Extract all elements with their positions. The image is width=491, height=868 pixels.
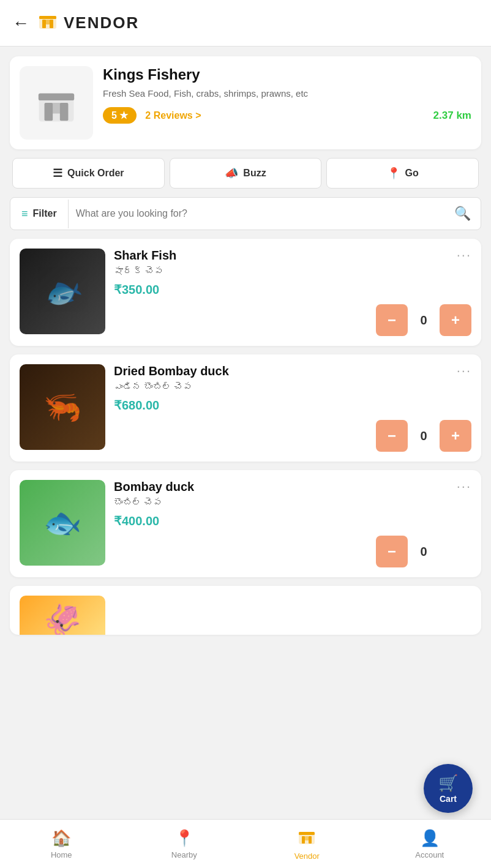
- vendor-nav-icon: [298, 828, 315, 849]
- vendor-meta: 5 ★ 2 Reviews > 2.37 km: [103, 107, 471, 124]
- vendor-label: Vendor: [294, 851, 320, 861]
- svg-rect-7: [60, 103, 69, 121]
- svg-rect-12: [309, 836, 312, 844]
- header: ← VENDOR: [0, 0, 491, 47]
- vendor-name: Kings Fishery: [103, 66, 471, 83]
- product-card: Dried Bombay duck ··· ఎండిన బొంబిల్ చెప …: [10, 354, 481, 462]
- filter-label: Filter: [33, 208, 57, 219]
- home-label: Home: [51, 850, 72, 859]
- product-price-shark: ₹350.00: [114, 282, 471, 297]
- quick-order-button[interactable]: ☰ Quick Order: [12, 158, 165, 189]
- action-buttons: ☰ Quick Order 📣 Buzz 📍 Go: [10, 158, 481, 189]
- quantity-control-bombay: − 0 +: [376, 536, 471, 567]
- decrease-qty-dried[interactable]: −: [376, 420, 408, 452]
- decrease-qty-bombay[interactable]: −: [376, 536, 408, 567]
- more-options-shark[interactable]: ···: [457, 247, 471, 263]
- svg-rect-2: [50, 20, 53, 28]
- nav-item-home[interactable]: 🏠 Home: [0, 829, 123, 859]
- bottom-navigation: 🏠 Home 📍 Nearby Vendor 👤 Account: [0, 819, 491, 868]
- vendor-info: Kings Fishery Fresh Sea Food, Fish, crab…: [103, 66, 471, 124]
- product-image-shark: [20, 249, 105, 334]
- header-title: VENDOR: [64, 13, 139, 32]
- buzz-button[interactable]: 📣 Buzz: [170, 158, 322, 189]
- svg-rect-4: [46, 20, 50, 24]
- more-options-dried[interactable]: ···: [457, 363, 471, 379]
- quantity-control-shark: − 0 +: [376, 304, 471, 336]
- product-header: Bombay duck ···: [114, 480, 471, 495]
- product-telugu-dried: ఎండిన బొంబిల్ చెప: [114, 381, 471, 392]
- filter-bar: ≡ Filter 🔍: [10, 197, 481, 230]
- product-name-dried: Dried Bombay duck: [114, 364, 229, 378]
- svg-rect-6: [45, 103, 53, 121]
- product-card: Bombay duck ··· బొంబిల్ చెప ₹400.00 − 0 …: [10, 470, 481, 577]
- product-telugu-shark: షార్క్ చెప: [114, 266, 471, 276]
- vendor-logo: [20, 66, 93, 140]
- product-price-bombay: ₹400.00: [114, 514, 471, 528]
- svg-rect-9: [51, 103, 61, 114]
- svg-rect-8: [39, 93, 74, 100]
- reviews-link[interactable]: 2 Reviews >: [145, 110, 201, 121]
- nearby-label: Nearby: [171, 850, 197, 859]
- back-button[interactable]: ←: [12, 13, 29, 33]
- product-image-dried: [20, 364, 105, 450]
- product-price-dried: ₹680.00: [114, 398, 471, 413]
- product-list: Shark Fish ··· షార్క్ చెప ₹350.00 − 0 + …: [10, 239, 481, 696]
- nav-item-nearby[interactable]: 📍 Nearby: [123, 829, 246, 859]
- decrease-qty-shark[interactable]: −: [376, 304, 408, 336]
- vendor-description: Fresh Sea Food, Fish, crabs, shrimps, pr…: [103, 87, 471, 100]
- nav-item-vendor[interactable]: Vendor: [246, 828, 369, 861]
- quick-order-label: Quick Order: [67, 168, 124, 179]
- nav-item-account[interactable]: 👤 Account: [369, 829, 492, 859]
- qty-value-shark: 0: [408, 313, 440, 327]
- quick-order-icon: ☰: [53, 166, 62, 180]
- quantity-control-dried: − 0 +: [376, 420, 471, 452]
- product-info-bombay: Bombay duck ··· బొంబిల్ చెప ₹400.00 − 0 …: [114, 480, 471, 567]
- product-card-partial: [10, 586, 481, 635]
- product-info-shark: Shark Fish ··· షార్క్ చెప ₹350.00 − 0 +: [114, 249, 471, 336]
- vendor-header-icon: [38, 11, 58, 35]
- product-name-shark: Shark Fish: [114, 249, 176, 263]
- buzz-icon: 📣: [225, 166, 238, 180]
- more-options-bombay[interactable]: ···: [457, 479, 471, 495]
- distance-label: 2.37 km: [433, 110, 471, 122]
- filter-icon: ≡: [21, 208, 28, 220]
- svg-rect-3: [39, 16, 56, 19]
- svg-rect-1: [42, 20, 46, 28]
- svg-rect-14: [305, 836, 309, 840]
- product-image-fourth: [20, 596, 105, 635]
- cart-fab-button[interactable]: 🛒 Cart: [424, 764, 473, 813]
- account-label: Account: [415, 850, 444, 859]
- qty-value-dried: 0: [408, 429, 440, 443]
- cart-fab-label: Cart: [440, 794, 457, 804]
- home-icon: 🏠: [51, 829, 71, 848]
- vendor-card: Kings Fishery Fresh Sea Food, Fish, crab…: [10, 56, 481, 149]
- buzz-label: Buzz: [243, 168, 266, 179]
- search-icon[interactable]: 🔍: [444, 198, 481, 230]
- rating-badge: 5 ★: [103, 107, 137, 124]
- product-name-bombay: Bombay duck: [114, 480, 194, 494]
- increase-qty-dried[interactable]: +: [440, 420, 471, 452]
- nearby-icon: 📍: [174, 829, 194, 848]
- product-info-dried: Dried Bombay duck ··· ఎండిన బొంబిల్ చెప …: [114, 364, 471, 452]
- search-input[interactable]: [69, 200, 444, 227]
- filter-button[interactable]: ≡ Filter: [10, 200, 69, 228]
- cart-fab-icon: 🛒: [438, 774, 458, 793]
- increase-qty-shark[interactable]: +: [440, 304, 471, 336]
- product-image-bombay: [20, 480, 105, 566]
- svg-rect-11: [302, 836, 305, 844]
- product-telugu-bombay: బొంబిల్ చెప: [114, 497, 471, 507]
- go-label: Go: [405, 168, 419, 179]
- product-card: Shark Fish ··· షార్క్ చెప ₹350.00 − 0 +: [10, 239, 481, 346]
- account-icon: 👤: [420, 829, 440, 848]
- go-icon: 📍: [387, 166, 400, 180]
- svg-rect-13: [299, 832, 315, 835]
- go-button[interactable]: 📍 Go: [326, 158, 479, 189]
- product-header: Shark Fish ···: [114, 249, 471, 263]
- product-header: Dried Bombay duck ···: [114, 364, 471, 379]
- qty-value-bombay: 0: [408, 545, 440, 559]
